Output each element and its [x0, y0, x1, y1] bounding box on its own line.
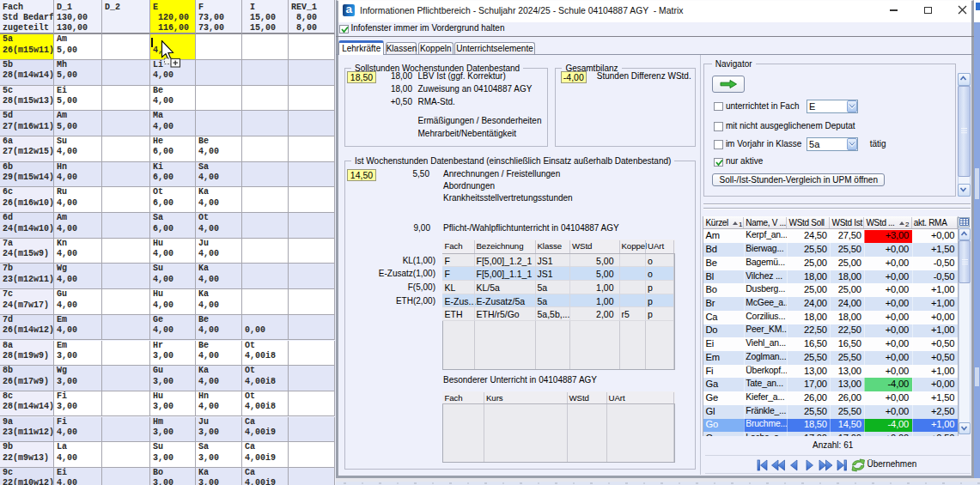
svg-text:1: 1: [739, 221, 743, 227]
svg-text:2: 2: [905, 221, 910, 227]
